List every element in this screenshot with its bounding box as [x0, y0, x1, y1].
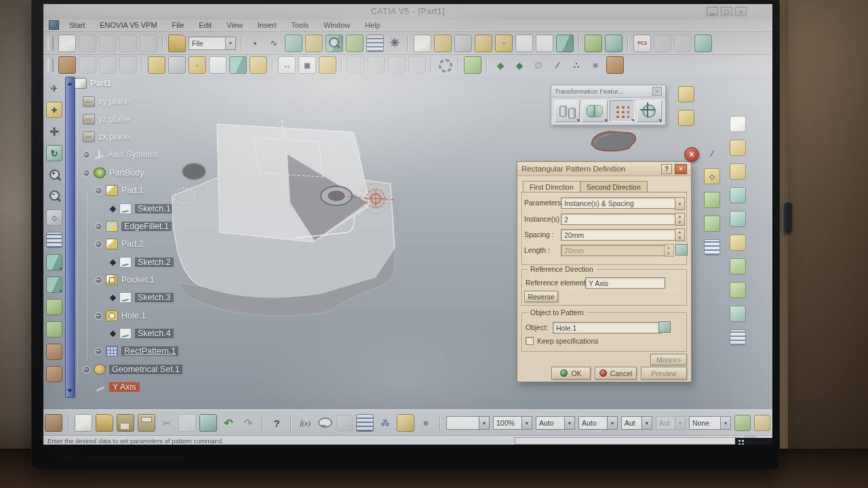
rib-icon[interactable]	[515, 35, 533, 52]
dialog-close-icon[interactable]: ×	[675, 164, 687, 174]
keep-specifications-row[interactable]: Keep specifications	[526, 337, 598, 345]
tree-expand-icon[interactable]	[83, 366, 90, 373]
tree-node-icon[interactable]	[108, 329, 117, 338]
tree-item-pocket1[interactable]: Pocket.1	[95, 272, 155, 287]
rotate-icon[interactable]: ↻	[46, 145, 62, 161]
more-button[interactable]: More>>	[650, 354, 687, 365]
rule-icon[interactable]: ≡	[418, 415, 434, 431]
plane-tool-icon[interactable]: ◇	[704, 168, 720, 184]
tree-item-y-axis[interactable]: Y Axis	[95, 380, 140, 394]
auto-combo-1[interactable]: Auto▼	[536, 416, 575, 430]
extrude-icon[interactable]	[730, 140, 746, 156]
tree-node-icon[interactable]	[108, 205, 117, 214]
loft-icon[interactable]	[556, 35, 574, 52]
fit-all-icon[interactable]: ✚	[46, 102, 62, 118]
auto-combo-2[interactable]: Auto▼	[578, 416, 618, 430]
sketcher-icon[interactable]	[730, 116, 746, 132]
nav-diamond-icon-a[interactable]: ◆	[492, 57, 509, 73]
surface-arc-icon[interactable]	[285, 35, 302, 52]
transformation-toolbar-titlebar[interactable]: Transformation Featur... ×	[551, 85, 665, 98]
print-icon[interactable]	[138, 414, 155, 432]
tree-item-part1[interactable]: Part1	[75, 76, 111, 91]
object-picker-icon[interactable]	[658, 321, 671, 333]
minimize-button[interactable]: ▁	[707, 7, 718, 16]
ok-button[interactable]: OK	[551, 367, 591, 380]
tree-expand-icon[interactable]	[83, 151, 90, 159]
combo-caret-icon[interactable]: ▼	[607, 417, 617, 429]
part-icon[interactable]	[75, 78, 87, 89]
tree-item-rectpattern1[interactable]: RectPattern.1	[95, 344, 178, 359]
edge-fillet-icon[interactable]	[678, 86, 694, 102]
translate-button[interactable]	[555, 100, 580, 122]
design-table-icon[interactable]	[356, 414, 374, 432]
combo-caret-icon[interactable]: ▼	[521, 417, 532, 429]
combo-caret-icon[interactable]: ▼	[720, 417, 730, 429]
hide-show-icon[interactable]	[46, 299, 62, 315]
tree-item-geometrical-set1[interactable]: Geometrical Set.1	[83, 362, 182, 377]
tree-node-icon[interactable]	[108, 293, 117, 302]
sketch-icon[interactable]	[119, 292, 132, 303]
tree-expand-icon[interactable]	[95, 241, 102, 248]
cancel-button[interactable]: Cancel	[595, 367, 637, 380]
tree-item-label[interactable]: zx plane	[98, 132, 130, 142]
pocket-icon[interactable]	[148, 56, 165, 74]
tree-item-label[interactable]: yz plane	[98, 115, 130, 124]
zoom-solid-icon[interactable]	[326, 35, 343, 52]
tree-item-label-selected[interactable]: Y Axis	[109, 382, 140, 392]
sketch-icon[interactable]	[119, 203, 132, 214]
object-field[interactable]: Hole.1	[553, 322, 661, 333]
line-icon[interactable]: ∕	[705, 146, 719, 161]
dialog-titlebar[interactable]: Rectangular Pattern Definition ? ×	[517, 162, 691, 176]
hole-icon[interactable]	[106, 310, 118, 321]
plane-icon[interactable]	[83, 96, 95, 107]
none-combo[interactable]: None▼	[689, 416, 731, 430]
sew-surface-icon[interactable]	[730, 329, 746, 346]
instances-spinner[interactable]: ▲▼	[675, 213, 685, 226]
join-icon[interactable]	[305, 35, 323, 52]
shell-icon[interactable]	[229, 56, 247, 74]
pattern-grid-icon[interactable]	[704, 239, 720, 256]
toolbar-grip[interactable]	[47, 37, 54, 50]
axis-line-icon[interactable]	[95, 382, 106, 392]
tree-item-pad1[interactable]: Pad.1	[95, 183, 144, 198]
menu-file[interactable]: File	[165, 21, 192, 29]
reverse-button[interactable]: Reverse	[524, 291, 558, 302]
offset-icon[interactable]	[730, 235, 746, 251]
constraint-icon[interactable]: ↔	[278, 56, 296, 74]
plane-icon[interactable]	[83, 114, 95, 125]
parameters-dropdown[interactable]: Instance(s) & Spacing	[561, 197, 677, 209]
pointer-dot-icon[interactable]: •	[247, 35, 263, 52]
gear-icon[interactable]	[437, 57, 453, 73]
file-combo-caret-icon[interactable]: ▼	[225, 37, 235, 49]
paste-icon[interactable]	[199, 414, 217, 432]
tree-item-xy-plane[interactable]: xy plane	[83, 94, 130, 109]
menu-view[interactable]: View	[219, 21, 250, 29]
tree-item-zx-plane[interactable]: zx plane	[83, 129, 130, 144]
plane-icon[interactable]	[83, 131, 95, 142]
zoom-out-icon[interactable]: −	[47, 188, 62, 203]
tree-item-label[interactable]: xy plane	[98, 97, 130, 106]
hole-toolbar-icon[interactable]: ◦	[495, 35, 513, 52]
combo-caret-icon[interactable]: ▼	[564, 417, 574, 429]
enovia-form-icon[interactable]	[58, 35, 76, 52]
pad-icon[interactable]	[106, 185, 118, 196]
tree-expand-icon[interactable]	[95, 277, 102, 284]
spline-icon[interactable]: ∿	[266, 35, 282, 52]
shaft-icon[interactable]	[454, 35, 472, 52]
line-tool-icon[interactable]: ∕	[549, 57, 566, 73]
auto-combo-3[interactable]: Aut▼	[621, 416, 652, 430]
iso-view-icon[interactable]	[46, 254, 62, 270]
sketch-icon[interactable]	[119, 257, 132, 268]
apply-material-icon[interactable]	[754, 415, 770, 431]
relations-icon[interactable]: ⁂	[377, 415, 393, 431]
thick-icon[interactable]	[250, 56, 267, 74]
extract-icon[interactable]	[346, 35, 363, 52]
profile-icon[interactable]	[606, 56, 624, 74]
cad-model[interactable]	[152, 116, 410, 319]
blend-icon[interactable]	[730, 306, 746, 322]
shading-mode-icon[interactable]	[46, 277, 62, 293]
toolbar-grip[interactable]	[47, 58, 54, 72]
tree-item-hole1[interactable]: Hole.1	[95, 308, 146, 323]
comment-icon[interactable]	[317, 415, 333, 431]
tree-item-label[interactable]: Sketch.4	[135, 329, 174, 338]
